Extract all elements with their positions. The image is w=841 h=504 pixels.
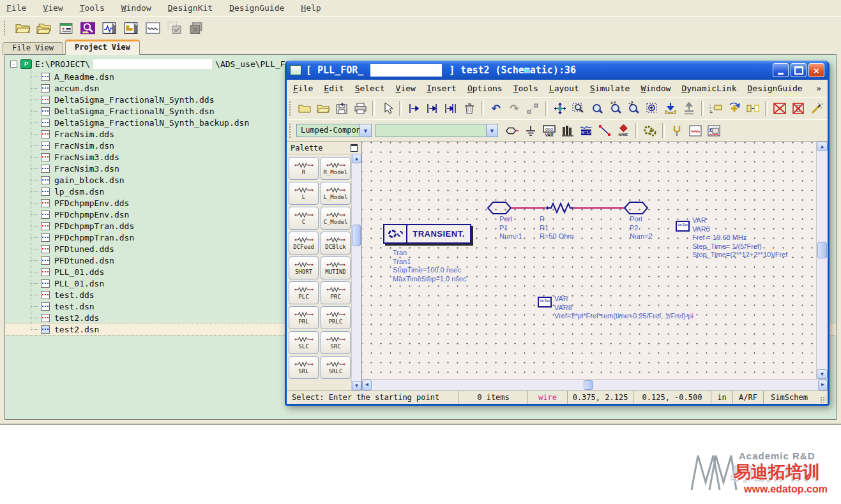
menu-item[interactable]: Help	[301, 3, 321, 13]
schematic-titlebar[interactable]: [ PLL_FOR_] test2 (Schematic):36 ×	[287, 61, 828, 80]
menu-item[interactable]: Window	[121, 3, 151, 13]
palette-scroll-thumb[interactable]	[352, 225, 361, 246]
menu-item[interactable]: Window	[640, 84, 671, 93]
palette-component-button[interactable]: SRLC	[321, 356, 351, 379]
save-design-icon[interactable]	[333, 101, 350, 116]
menu-item[interactable]: File	[6, 3, 26, 13]
insert-var-icon[interactable]: OIIOVAR	[541, 123, 557, 138]
insert-port-icon[interactable]	[504, 123, 520, 138]
horizontal-scroll-thumb[interactable]	[584, 380, 593, 390]
insert-wire-icon[interactable]	[596, 123, 613, 138]
activate-component-icon[interactable]	[790, 101, 807, 116]
scroll-left-icon[interactable]: ◀	[362, 380, 372, 390]
menu-item[interactable]: Tools	[80, 3, 105, 13]
resistor-label[interactable]: RR1R=50 Ohm	[540, 215, 574, 241]
zoom-in-icon[interactable]	[589, 101, 605, 116]
open-project-icon[interactable]	[15, 21, 31, 35]
insert-multi-pin-icon[interactable]	[443, 101, 459, 116]
open-example-project-icon[interactable]	[36, 21, 52, 35]
scroll-up-icon[interactable]: ▲	[352, 154, 361, 163]
smart-simulation-wand-icon[interactable]	[808, 101, 825, 116]
menu-item[interactable]: DynamicLink	[681, 84, 736, 93]
insert-pin-pair-icon[interactable]	[424, 101, 441, 116]
undo-icon[interactable]: ↶	[488, 101, 504, 116]
palette-select[interactable]: Lumped-Components ▼	[296, 124, 372, 137]
palette-component-button[interactable]: R	[289, 157, 319, 180]
zoom-to-selection-icon[interactable]	[644, 101, 660, 116]
component-history-select[interactable]: ▼	[375, 124, 498, 137]
delete-icon[interactable]	[461, 101, 478, 116]
data-display-window-icon[interactable]	[145, 21, 161, 35]
menu-item[interactable]: Options	[467, 84, 503, 93]
palette-component-button[interactable]: MUTIND	[321, 256, 351, 279]
toolbar-drag-handle[interactable]	[4, 21, 8, 35]
insert-ground-icon[interactable]	[522, 123, 539, 138]
zoom-area-icon[interactable]	[570, 101, 587, 116]
palette-component-button[interactable]: DCBlck	[321, 232, 351, 255]
rotate-icon[interactable]	[726, 101, 743, 116]
mirror-icon[interactable]	[745, 101, 761, 116]
maximize-button[interactable]	[791, 63, 807, 77]
resize-grip[interactable]	[815, 391, 828, 404]
display-library-icon[interactable]	[559, 123, 576, 138]
schematic-window-icon[interactable]	[102, 21, 117, 35]
palette-component-button[interactable]: R_Model	[321, 157, 351, 180]
toolbar-drag-handle[interactable]	[289, 124, 293, 138]
port1-label[interactable]: PortP1Num=1	[499, 215, 522, 241]
canvas-vertical-scrollbar[interactable]: ▲ ▼	[816, 142, 828, 379]
move-vertex-icon[interactable]	[525, 101, 542, 116]
menu-item[interactable]: Tools	[513, 84, 538, 93]
menu-item[interactable]: Select	[355, 84, 385, 93]
measurement-equation-icon[interactable]: R=17	[578, 123, 595, 138]
var-eqn-icon[interactable]: Var Eqn	[676, 221, 690, 232]
palette-component-button[interactable]: PRC	[321, 281, 351, 304]
menu-item[interactable]: DesignKit	[168, 3, 213, 13]
save-data-display-icon[interactable]	[706, 123, 722, 138]
chevron-down-icon[interactable]: ▼	[360, 124, 371, 137]
layout-window-icon[interactable]	[123, 21, 139, 35]
port2-label[interactable]: PortP2Num=2	[630, 215, 653, 241]
simulate-icon[interactable]	[642, 123, 658, 138]
vertical-scroll-thumb[interactable]	[817, 242, 827, 258]
zoom-in-x2-icon[interactable]: +2	[607, 101, 624, 116]
palette-component-button[interactable]: PRLC	[321, 306, 351, 329]
palette-component-button[interactable]: DCFeed	[289, 232, 319, 255]
chevron-down-icon[interactable]: ▼	[486, 124, 497, 137]
zoom-out-x2-icon[interactable]: -2	[626, 101, 642, 116]
palette-component-button[interactable]: L_Model	[321, 182, 351, 205]
print-icon[interactable]	[352, 101, 368, 116]
var8-block[interactable]: VARVAR8Vref=2*pi*Fref*rem(time+0.25/Fref…	[554, 295, 693, 321]
schematic-canvas[interactable]: TRANSIENT. TranTran1StopTime=100.0 nsecM…	[362, 142, 816, 379]
menu-item[interactable]: Edit	[324, 84, 344, 93]
palette-component-button[interactable]: C_Model	[321, 207, 351, 230]
toolbar-drag-handle[interactable]	[289, 101, 293, 115]
scroll-down-icon[interactable]: ▼	[817, 369, 828, 379]
scroll-right-icon[interactable]: ▶	[818, 380, 828, 390]
tab-file-view[interactable]: File View	[3, 42, 63, 55]
circuit-wire-drawing[interactable]	[487, 200, 649, 216]
scroll-up-icon[interactable]: ▲	[817, 142, 828, 151]
canvas-horizontal-scrollbar[interactable]: ◀ ▶	[362, 379, 828, 390]
var3-block[interactable]: VARVAR3Fref = 19.68 MHzStep_Time= 1/(5*F…	[692, 216, 787, 260]
transient-parameters[interactable]: TranTran1StopTime=100.0 nsecMaxTimeStep=…	[393, 249, 466, 283]
push-into-hierarchy-icon[interactable]	[662, 101, 679, 116]
palette-scrollbar[interactable]: ▲ ▼	[351, 154, 361, 390]
menu-item[interactable]: DesignGuide	[747, 84, 802, 93]
redo-icon[interactable]: ↷	[506, 101, 523, 116]
new-design-icon[interactable]	[296, 101, 313, 116]
wire-net-name-icon[interactable]: NAME	[615, 123, 632, 138]
select-cursor-icon[interactable]	[379, 101, 395, 116]
tune-parameters-icon[interactable]	[669, 123, 685, 138]
menu-item[interactable]: View	[43, 3, 63, 13]
scroll-down-icon[interactable]: ▼	[352, 381, 361, 390]
new-project-icon[interactable]	[58, 21, 74, 35]
palette-component-button[interactable]: SRL	[289, 356, 319, 379]
palette-component-button[interactable]: PRL	[289, 306, 319, 329]
new-data-display-icon[interactable]	[687, 123, 704, 138]
menu-item[interactable]: Layout	[549, 84, 579, 93]
palette-component-button[interactable]: C	[289, 207, 319, 230]
pop-out-hierarchy-icon[interactable]	[681, 101, 697, 116]
insert-pin-icon[interactable]	[405, 101, 422, 116]
open-design-icon[interactable]	[315, 101, 331, 116]
search-project-icon[interactable]	[80, 21, 96, 35]
